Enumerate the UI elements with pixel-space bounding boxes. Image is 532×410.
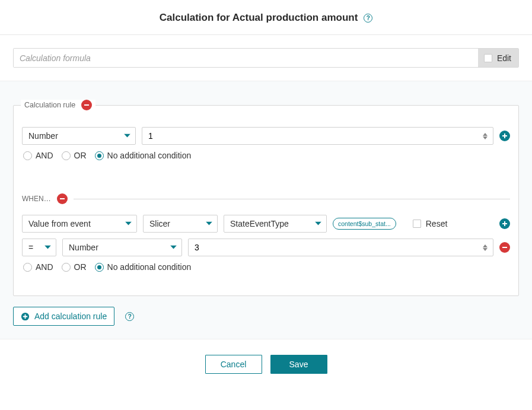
radio-or[interactable]: OR [62, 262, 87, 272]
radio-or[interactable]: OR [62, 151, 87, 160]
help-icon[interactable]: ? [364, 14, 372, 23]
remove-when-icon[interactable] [57, 193, 68, 204]
number-spinner-icon[interactable] [483, 130, 491, 142]
cancel-button[interactable]: Cancel [205, 355, 262, 374]
page-header: Calculation for Actual production amount… [0, 0, 532, 35]
formula-input[interactable] [14, 49, 478, 67]
when-divider: WHEN… [22, 193, 510, 204]
reset-label: Reset [426, 219, 448, 228]
page-title: Calculation for Actual production amount [160, 12, 358, 24]
fieldset-legend: Calculation rule [21, 100, 95, 110]
edit-button[interactable]: Edit [478, 49, 518, 67]
when-condition-radios: AND OR No additional condition [22, 262, 510, 272]
when-source-label: Value from event [28, 219, 91, 228]
edit-toggle-icon [484, 54, 492, 62]
when-operator-select[interactable]: = [22, 239, 56, 256]
value-input[interactable] [142, 127, 493, 145]
radio-and[interactable]: AND [23, 262, 53, 272]
when-field-label: StateEventType [230, 219, 289, 228]
help-icon[interactable]: ? [125, 312, 134, 321]
radio-or-label: OR [74, 262, 87, 272]
radio-icon [62, 151, 71, 160]
when-operator-label: = [28, 243, 33, 252]
when-compare-value-input[interactable] [188, 239, 493, 256]
save-button[interactable]: Save [270, 355, 327, 374]
save-button-label: Save [289, 360, 308, 369]
radio-icon [23, 151, 32, 160]
when-source-select[interactable]: Value from event [22, 215, 137, 233]
when-compare-type-label: Number [69, 243, 98, 252]
radio-none-label: No additional condition [107, 151, 192, 160]
formula-bar: Edit [13, 48, 519, 68]
add-calculation-rule-button[interactable]: Add calculation rule [13, 307, 114, 326]
add-rule-row: Add calculation rule ? [13, 307, 519, 326]
calculation-rule-fieldset: Calculation rule Number [13, 105, 519, 296]
when-variable-pill[interactable]: content$sub_stat... [333, 218, 396, 230]
fieldset-legend-label: Calculation rule [24, 101, 75, 109]
cancel-button-label: Cancel [221, 360, 247, 369]
when-field-select[interactable]: StateEventType [224, 215, 327, 233]
chevron-down-icon [315, 222, 321, 226]
edit-button-label: Edit [497, 53, 511, 63]
chevron-down-icon [125, 222, 132, 226]
radio-none[interactable]: No additional condition [95, 151, 192, 160]
formula-bar-section: Edit [0, 35, 532, 81]
when-entity-label: Slicer [149, 219, 170, 228]
add-when-icon[interactable] [499, 218, 510, 229]
rule-value-row: Number [22, 127, 510, 145]
number-spinner-icon[interactable] [483, 241, 491, 253]
when-source-row: Value from event Slicer StateEventType c… [22, 215, 510, 233]
rule-condition-radios: AND OR No additional condition [22, 151, 510, 160]
radio-icon [23, 263, 32, 272]
footer-actions: Cancel Save [0, 339, 532, 389]
value-type-select-label: Number [28, 131, 58, 141]
when-entity-select[interactable]: Slicer [143, 215, 218, 233]
radio-and[interactable]: AND [23, 151, 53, 160]
radio-and-label: AND [36, 262, 53, 272]
reset-checkbox[interactable]: Reset [413, 219, 448, 228]
svg-rect-0 [84, 104, 89, 106]
radio-and-label: AND [36, 151, 53, 160]
when-compare-row: = Number [22, 239, 510, 256]
chevron-down-icon [206, 222, 212, 226]
when-compare-type-select[interactable]: Number [62, 239, 182, 256]
svg-rect-1 [60, 198, 65, 199]
value-input-wrap [142, 127, 493, 145]
plus-circle-icon [21, 312, 30, 321]
radio-none-label: No additional condition [107, 262, 192, 272]
body-area: Calculation rule Number [0, 81, 532, 339]
value-type-select[interactable]: Number [22, 127, 136, 145]
remove-rule-icon[interactable] [81, 100, 92, 110]
radio-none[interactable]: No additional condition [95, 262, 192, 272]
chevron-down-icon [170, 246, 177, 250]
remove-compare-icon[interactable] [499, 242, 510, 253]
divider-line [74, 199, 510, 199]
chevron-down-icon [124, 134, 130, 138]
add-value-icon[interactable] [499, 131, 510, 141]
chevron-down-icon [44, 246, 51, 250]
svg-rect-2 [502, 247, 507, 248]
radio-icon [95, 263, 104, 272]
radio-icon [62, 263, 71, 272]
when-label: WHEN… [22, 195, 51, 203]
add-rule-label: Add calculation rule [34, 312, 107, 321]
when-compare-value-wrap [188, 239, 493, 256]
checkbox-icon [413, 220, 421, 228]
radio-or-label: OR [74, 151, 87, 160]
radio-icon [95, 151, 104, 160]
